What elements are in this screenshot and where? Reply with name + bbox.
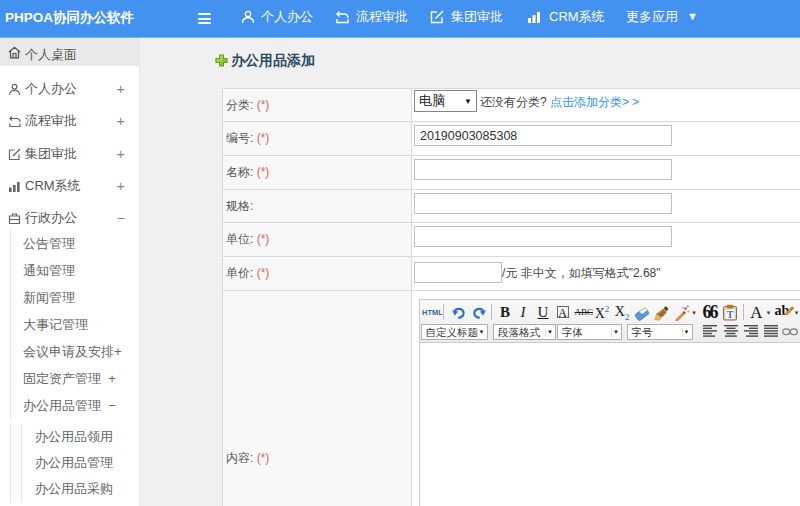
svg-text:T: T: [726, 309, 733, 320]
